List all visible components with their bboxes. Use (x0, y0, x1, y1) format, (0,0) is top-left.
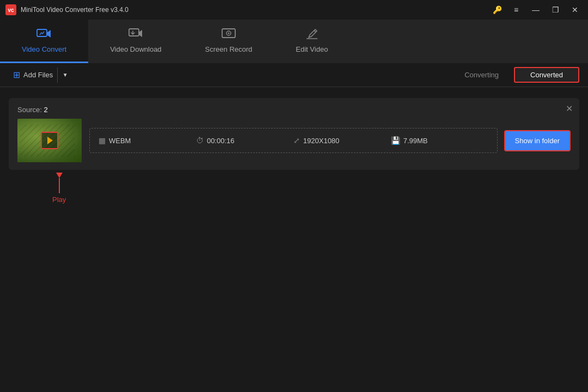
svg-point-4 (228, 33, 229, 34)
show-in-folder-button[interactable]: Show in folder (504, 130, 571, 151)
titlebar: vc MiniTool Video Converter Free v3.4.0 … (0, 0, 588, 20)
file-card-wrapper: Source: 2 ✕ ▦ (9, 98, 579, 170)
play-annotation-label: Play (52, 195, 66, 204)
tab-switcher: Converting Converted (449, 67, 579, 83)
thumbnail[interactable] (17, 119, 82, 162)
resolution-icon: ⤢ (293, 136, 300, 145)
main-content: Source: 2 ✕ ▦ (0, 87, 588, 392)
nav-tab-screen-record[interactable]: Screen Record (183, 20, 274, 63)
size-icon: 💾 (391, 136, 400, 145)
file-format: ▦ WEBM (99, 136, 196, 145)
app-logo: vc (5, 4, 16, 15)
source-label: Source: 2 (17, 106, 48, 114)
toolbar: ⊞ Add Files ▼ Converting Converted (0, 63, 588, 87)
file-size: 💾 7.99MB (391, 136, 488, 145)
add-files-button[interactable]: ⊞ Add Files (9, 66, 57, 83)
minimize-button[interactable]: — (528, 4, 543, 15)
restore-button[interactable]: ❐ (548, 4, 563, 15)
converting-tab-button[interactable]: Converting (449, 68, 514, 82)
close-window-button[interactable]: ✕ (567, 4, 583, 15)
nav-tab-video-convert[interactable]: Video Convert (0, 20, 88, 63)
play-triangle-icon (47, 137, 53, 144)
play-button[interactable] (41, 132, 58, 149)
nav-tab-video-convert-label: Video Convert (22, 45, 66, 53)
screen-record-icon (221, 28, 236, 42)
nav-tab-edit-video[interactable]: Edit Video (274, 20, 350, 63)
nav-tab-screen-record-label: Screen Record (205, 45, 253, 53)
video-download-icon (128, 28, 143, 42)
video-convert-icon (36, 28, 52, 42)
file-info-row: ▦ WEBM ⏱ 00:00:16 ⤢ 1920X1080 💾 7.99MB (89, 128, 498, 153)
nav-tab-edit-video-label: Edit Video (296, 45, 328, 53)
file-duration: ⏱ 00:00:16 (196, 136, 293, 145)
close-card-button[interactable]: ✕ (566, 105, 573, 113)
nav-tab-video-download-label: Video Download (110, 45, 161, 53)
add-icon: ⊞ (13, 70, 20, 80)
converted-tab-button[interactable]: Converted (514, 67, 579, 83)
file-card: Source: 2 ✕ ▦ (9, 98, 579, 170)
svg-rect-1 (129, 29, 139, 36)
play-annotation: Play (52, 173, 66, 204)
menu-button[interactable]: ≡ (509, 4, 524, 15)
file-resolution: ⤢ 1920X1080 (293, 136, 391, 145)
arrow-line (59, 178, 60, 193)
nav-bar: Video Convert Video Download Screen Reco… (0, 20, 588, 63)
format-icon: ▦ (99, 136, 106, 145)
edit-video-icon (304, 28, 320, 42)
arrow-head-icon (56, 173, 63, 178)
key-icon: 🔑 (493, 5, 502, 14)
nav-tab-video-download[interactable]: Video Download (88, 20, 183, 63)
app-title: MiniTool Video Converter Free v3.4.0 (21, 6, 488, 14)
add-files-dropdown[interactable]: ▼ (57, 68, 70, 83)
clock-icon: ⏱ (196, 136, 204, 145)
chevron-down-icon: ▼ (63, 72, 68, 78)
file-card-inner: ▦ WEBM ⏱ 00:00:16 ⤢ 1920X1080 💾 7.99MB (17, 119, 571, 162)
